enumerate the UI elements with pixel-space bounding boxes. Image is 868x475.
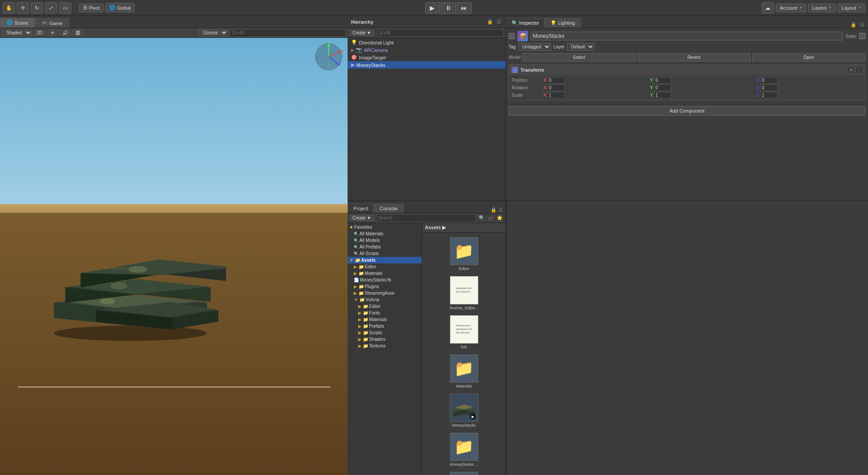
hierarchy-item-arcamera[interactable]: ▶ 📷 ARCamera <box>348 46 505 54</box>
scene-viewport[interactable]: THE UNITED STATES THE UNITED STATES 1 <box>0 38 348 475</box>
gameobject-name-input[interactable] <box>531 32 843 40</box>
rotation-y-input[interactable] <box>654 84 671 91</box>
position-z-input[interactable] <box>760 77 778 84</box>
inspector-menu-btn[interactable]: ☰ <box>859 22 865 28</box>
lighting-tab[interactable]: 💡 Lighting <box>545 18 581 28</box>
tree-item-vuforia-materials[interactable]: ▶ 📁 Materials <box>348 316 422 323</box>
rotate-tool-btn[interactable]: ↻ <box>31 2 43 14</box>
rotation-z-input[interactable] <box>760 84 778 91</box>
transform-icon-btn-2[interactable]: ⋮ <box>855 66 862 73</box>
tree-item-streamingassets[interactable]: ▶ 📁 StreamingAsse <box>348 290 422 296</box>
scale-tool-btn[interactable]: ⤢ <box>45 2 57 14</box>
main-layout: 🌐 Scene 🎮 Game Shaded 2D ☀ 🔊 🖼 Gizmos <box>0 16 868 475</box>
account-dropdown[interactable]: Account ▼ <box>776 4 806 12</box>
tree-item-fonts[interactable]: ▶ 📁 Fonts <box>348 310 422 316</box>
tree-item-all-prefabs[interactable]: 🔍 All Prefabs <box>348 244 422 250</box>
project-create-btn[interactable]: Create ▼ <box>349 215 374 221</box>
project-star-btn[interactable]: ⭐ <box>496 215 504 221</box>
pivot-btn[interactable]: ⦿ Pivot <box>79 4 103 12</box>
asset-item-moneystacks[interactable]: ▶ MoneyStacks <box>425 392 503 429</box>
tree-item-editor[interactable]: ▶ 📁 Editor <box>348 263 422 270</box>
project-tag-btn[interactable]: 🏷 <box>487 216 494 221</box>
select-btn[interactable]: Select <box>522 53 635 62</box>
open-btn[interactable]: Open <box>752 53 865 62</box>
project-lock-btn[interactable]: 🔒 <box>490 207 498 213</box>
tree-item-moneystacks-fb[interactable]: 📄 MoneyStacks.fb <box>348 277 422 283</box>
hierarchy-item-moneystacks[interactable]: ▶ MoneyStacks <box>348 61 505 69</box>
link-asset-label: link <box>461 345 467 349</box>
tree-item-all-materials[interactable]: 🔍 All Materials <box>348 230 422 237</box>
scale-x-input[interactable] <box>547 92 565 99</box>
layers-dropdown[interactable]: Layers ▼ <box>808 4 836 12</box>
scale-z-axis: Z <box>757 93 759 98</box>
layout-dropdown[interactable]: Layout ▼ <box>838 4 865 12</box>
inspector-tab[interactable]: 🔍 Inspector <box>506 18 545 28</box>
hierarchy-search-input[interactable] <box>376 29 504 37</box>
gameobject-enabled-checkbox[interactable]: ✓ <box>509 33 515 39</box>
rotation-x-input[interactable] <box>547 84 565 91</box>
hand-tool-btn[interactable]: ✋ <box>3 2 15 14</box>
add-component-btn[interactable]: Add Component <box>509 106 865 116</box>
transform-icon-btn-1[interactable]: ⚙ <box>847 66 854 73</box>
tree-item-plugins[interactable]: ▶ 📁 Plugins <box>348 283 422 290</box>
project-search-btn[interactable]: 🔍 <box>478 215 486 221</box>
audio-btn[interactable]: 🔊 <box>59 29 71 36</box>
tree-item-vuforia-editor[interactable]: ▶ 📁 Editor <box>348 303 422 310</box>
tree-item-prefabs[interactable]: ▶ 📁 Prefabs <box>348 323 422 329</box>
scene-tab[interactable]: 🌐 Scene <box>0 18 35 28</box>
asset-item-plugins[interactable]: 📁 Plugins <box>425 470 503 475</box>
shading-dropdown[interactable]: Shaded <box>2 29 32 37</box>
asset-item-editor[interactable]: 📁 Editor <box>425 235 503 273</box>
asset-item-link[interactable]: Neque porroquisquam estqui dolorem. link <box>425 314 503 351</box>
tree-item-textures[interactable]: ▶ 📁 Textures <box>348 343 422 349</box>
position-y-input[interactable] <box>654 77 671 84</box>
tree-item-assets[interactable]: ▼ 📁 Assets <box>348 257 422 263</box>
cloud-icon[interactable]: ☁ <box>762 2 774 14</box>
console-tab[interactable]: Console <box>374 204 403 213</box>
tree-item-favorites[interactable]: ★ Favorites <box>348 224 422 230</box>
play-btn[interactable]: ▶ <box>425 2 440 14</box>
asset-item-license[interactable]: quisquam estqui dolorem... license_3rdpa… <box>425 274 503 312</box>
global-btn[interactable]: 🌐 Global <box>105 3 135 12</box>
static-checkbox[interactable] <box>859 33 865 39</box>
project-search-input[interactable] <box>376 214 476 222</box>
position-x-input[interactable] <box>547 77 565 84</box>
transform-header[interactable]: ⊞ Transform ⚙ ⋮ <box>509 65 865 75</box>
project-menu-btn[interactable]: ☰ <box>498 207 504 213</box>
tree-item-scripts[interactable]: ▶ 📁 Scripts <box>348 329 422 336</box>
tree-item-all-scripts[interactable]: 🔍 All Scripts <box>348 250 422 257</box>
layer-dropdown[interactable]: Default <box>567 43 594 51</box>
hierarchy-create-btn[interactable]: Create ▼ <box>349 29 374 36</box>
tree-item-all-models[interactable]: 🔍 All Models <box>348 237 422 244</box>
hierarchy-item-imagetarget[interactable]: 🎯 ImageTarget <box>348 54 505 61</box>
hierarchy-lock-btn[interactable]: 🔒 <box>486 19 494 25</box>
step-btn[interactable]: ⏭ <box>457 2 472 14</box>
asset-item-moneystacks-folder[interactable]: 📁 MoneyStacks.... <box>425 431 503 468</box>
tree-item-materials[interactable]: ▶ 📁 Materials <box>348 270 422 277</box>
2d-btn[interactable]: 2D <box>34 29 46 36</box>
hierarchy-menu-btn[interactable]: ☰ <box>496 19 502 25</box>
project-tab[interactable]: Project <box>348 204 374 213</box>
scale-y-input[interactable] <box>654 92 671 99</box>
effects-btn[interactable]: 🖼 <box>73 29 83 36</box>
rect-tool-btn[interactable]: ▭ <box>59 2 71 14</box>
tag-dropdown[interactable]: Untagged <box>518 43 551 51</box>
move-tool-btn[interactable]: ✛ <box>17 2 29 14</box>
gizmos-dropdown[interactable]: Gizmos <box>198 29 228 37</box>
lighting-btn[interactable]: ☀ <box>48 29 58 36</box>
revert-btn[interactable]: Revert <box>637 53 751 62</box>
static-label: Static <box>846 34 857 39</box>
inspector-lock-btn[interactable]: 🔒 <box>850 22 857 28</box>
scene-search-input[interactable] <box>230 29 346 37</box>
pause-btn[interactable]: ⏸ <box>441 2 456 14</box>
license-thumb: quisquam estqui dolorem... <box>450 276 478 304</box>
hierarchy-item-directional-light[interactable]: 💡 Directional Light <box>348 39 505 46</box>
tree-item-vuforia[interactable]: ▼ 📁 Vuforia <box>348 296 422 303</box>
tree-item-shaders[interactable]: ▶ 📁 Shaders <box>348 336 422 343</box>
game-tab[interactable]: 🎮 Game <box>35 18 69 28</box>
all-prefabs-search-icon: 🔍 <box>354 245 359 249</box>
scale-z-input[interactable] <box>760 92 778 99</box>
svg-point-14 <box>110 283 127 290</box>
hierarchy-create-label: Create <box>352 30 366 35</box>
asset-item-materials[interactable]: 📁 Materials <box>425 353 503 390</box>
